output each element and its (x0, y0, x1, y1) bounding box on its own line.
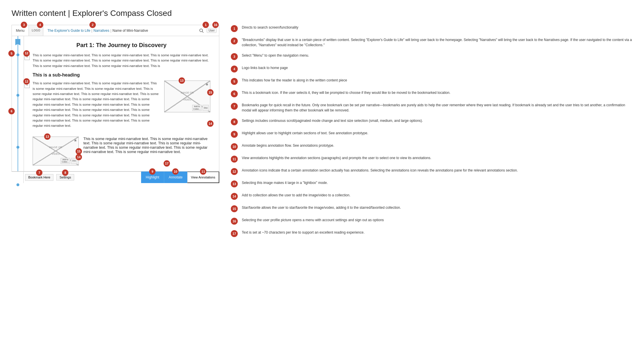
search-button[interactable] (196, 28, 207, 33)
annotation-item-3: 3 Select "Menu" to open the navigation m… (231, 53, 632, 60)
progress-dot-4 (16, 183, 19, 186)
annotation-badge-14: 14 (231, 193, 238, 200)
annotation-item-17: 17 Text is set at ~70 characters per lin… (231, 230, 632, 237)
add-to-collection-btn-2[interactable]: Add toCollec... (61, 158, 70, 164)
main-layout: 1 16 2 3 4 Menu LOGO The Explorer's Guid… (12, 25, 632, 242)
annotation-badge-2: 2 (231, 38, 238, 44)
annotation-item-15: 15 Star/favorite allows the user to star… (231, 205, 632, 212)
badge-12b: 12 (23, 78, 30, 85)
badge-5: 5 (8, 50, 15, 57)
image-placeholder-2[interactable]: IMAGE ORVIDEO Add toCollec... Disc ★ (33, 137, 79, 165)
breadcrumb-home[interactable]: The Explorer's Guide to Life (47, 29, 90, 33)
image-placeholder-1[interactable]: IMAGE ORVIDEO Add toCollec... Disc ★ (164, 81, 210, 112)
annotation-item-10: 10 Annotate begins annotation flow. See … (231, 143, 632, 150)
annotation-badge-17: 17 (231, 230, 238, 237)
body-text-1: 12 ≡ This is some regular mini-narrative… (33, 53, 210, 68)
annotation-text-1: Directs to search screen/functionality (242, 25, 298, 30)
annotation-badge-10: 10 (231, 143, 238, 150)
breadcrumb-sep2: | (111, 29, 111, 33)
badge-13a: 13 (179, 77, 185, 84)
annotations-list: 1 Directs to search screen/functionality… (231, 25, 632, 237)
badge-15a: 15 (207, 89, 214, 96)
bottom-toolbar: 7 Bookmark Here 8 Settings 9 Highlight (12, 172, 219, 183)
badge-14b: 14 (76, 154, 82, 160)
annotation-item-7: 7 Bookmarks page for quick recall in the… (231, 103, 632, 113)
body-text-3: This is some regular mini-narrative text… (83, 137, 210, 165)
annotation-item-9: 9 Highlight allows user to highlight cer… (231, 131, 632, 138)
annotation-item-2: 2 "Breadcrumbs" display that user is in … (231, 37, 632, 48)
annotation-text-5: This indicates how far the reader is alo… (242, 78, 347, 83)
annotation-badge-15: 15 (231, 205, 238, 212)
annotation-text-11: View annotations highlights the annotati… (242, 155, 431, 161)
toolbar-left (12, 172, 24, 183)
badge-6: 6 (8, 108, 15, 114)
badge-11: 11 (200, 168, 206, 175)
badge-13b: 13 (44, 133, 50, 140)
badge-3: 3 (21, 22, 27, 28)
badge-10: 10 (172, 168, 179, 175)
star-btn-1[interactable]: ★ (205, 82, 209, 87)
annotation-text-8: Settings includes continuous scroll/pagi… (242, 118, 423, 123)
breadcrumb-current: Name of Mini-Narrative (113, 29, 148, 33)
breadcrumb-narratives[interactable]: Narratives (93, 29, 109, 33)
annotations-panel: 1 Directs to search screen/functionality… (231, 25, 632, 242)
content-heading: Part 1: The Journey to Discovery (33, 42, 210, 49)
annotation-text-10: Annotate begins annotation flow. See ann… (242, 143, 334, 148)
ui-mockup: 1 16 2 3 4 Menu LOGO The Explorer's Guid… (12, 25, 219, 183)
main-content: Part 1: The Journey to Discovery 12 ≡ Th… (24, 36, 219, 171)
annotation-text-9: Highlight allows user to highlight certa… (242, 131, 368, 136)
progress-dot-3 (16, 146, 19, 149)
badge-16: 16 (212, 22, 219, 28)
svg-line-1 (202, 31, 203, 33)
annotation-item-8: 8 Settings includes continuous scroll/pa… (231, 118, 632, 125)
annotation-badge-13: 13 (231, 180, 238, 187)
discard-btn-1[interactable]: Disc (203, 105, 209, 111)
badge-2: 2 (89, 22, 96, 28)
annotation-item-11: 11 View annotations highlights the annot… (231, 155, 632, 163)
annotation-text-15: Star/favorite allows the user to star/fa… (242, 205, 401, 210)
annotation-item-1: 1 Directs to search screen/functionality (231, 25, 632, 32)
annotation-item-4: 4 Logo links back to home page (231, 65, 632, 72)
annotation-item-16: 16 Selecting the user profile picture op… (231, 217, 632, 225)
annotation-text-14: Add to collection allows the user to add… (242, 193, 350, 198)
annotation-text-4: Logo links back to home page (242, 65, 288, 70)
annotation-badge-8: 8 (231, 118, 238, 125)
progress-sidebar (12, 36, 24, 171)
svg-point-0 (200, 29, 203, 32)
annotation-badge-16: 16 (231, 218, 238, 225)
badge-8: 8 (62, 169, 68, 176)
image-actions-1: Add toCollec... Disc (192, 105, 209, 111)
annotation-badge-5: 5 (231, 78, 238, 85)
annotation-badge-1: 1 (231, 25, 238, 32)
annotation-badge-11: 11 (231, 156, 238, 163)
star-btn-2[interactable]: ★ (74, 138, 77, 143)
bottom-image-area: 13 14 15 IMAGE ORVIDEO Add toCollec... D… (33, 137, 210, 165)
badge-14a: 14 (207, 120, 214, 127)
annotation-text-12: Annotation icons indicate that a certain… (242, 168, 518, 173)
badge-15b: 15 (76, 148, 82, 154)
breadcrumb: The Explorer's Guide to Life | Narrative… (43, 29, 196, 33)
search-icon (199, 28, 204, 33)
annotation-text-2: "Breadcrumbs" display that user is in a … (242, 37, 632, 48)
badge-12a: 12 (23, 50, 30, 57)
badge-1: 1 (203, 22, 209, 28)
annotation-text-17: Text is set at ~70 characters per line t… (242, 230, 364, 235)
annotation-item-13: 13 Selecting this image makes it large i… (231, 180, 632, 187)
annotation-item-14: 14 Add to collection allows the user to … (231, 193, 632, 200)
image-actions-2: Add toCollec... Disc (61, 158, 77, 164)
page-title: Written content | Explorer's Compass Clo… (12, 9, 632, 18)
user-profile-button[interactable]: User (207, 28, 217, 33)
annotation-item-6: 6 This is a bookmark icon. If the user s… (231, 90, 632, 97)
badge-4: 4 (37, 22, 43, 28)
content-wrapper: Part 1: The Journey to Discovery 12 ≡ Th… (12, 36, 219, 172)
annotation-item-12: 12 Annotation icons indicate that a cert… (231, 168, 632, 175)
progress-line (18, 36, 18, 171)
image-container-1: 13 15 14 IMAGE ORVIDEO Add toCollec... D… (164, 81, 210, 133)
progress-dot-2 (16, 94, 19, 97)
badge-9: 9 (149, 168, 156, 175)
two-col-section: 12 ≡ This is some regular mini-narrative… (33, 81, 210, 133)
annotation-text-13: Selecting this image makes it large in a… (242, 180, 328, 185)
image-container-2: 13 14 15 IMAGE ORVIDEO Add toCollec... D… (33, 137, 79, 165)
annotation-text-3: Select "Menu" to open the navigation men… (242, 53, 309, 58)
add-to-collection-btn-1[interactable]: Add toCollec... (192, 105, 202, 111)
